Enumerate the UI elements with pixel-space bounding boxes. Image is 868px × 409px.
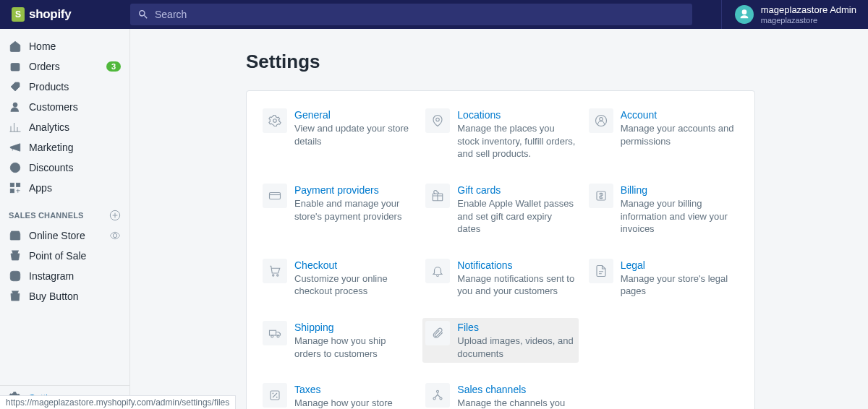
sidebar: Home Orders 3 Products Customers Analyti…: [0, 29, 130, 409]
tile-locations[interactable]: LocationsManage the places you stock inv…: [422, 106, 578, 163]
settings-card: GeneralView and update your store detail…: [246, 90, 755, 409]
svg-point-26: [437, 390, 439, 392]
sidebar-item-discounts[interactable]: Discounts: [0, 158, 129, 178]
sidebar-item-home[interactable]: Home: [0, 36, 129, 56]
truck-icon: [263, 321, 287, 345]
tile-title: Files: [457, 321, 575, 334]
svg-rect-22: [270, 330, 276, 335]
sidebar-item-label: Orders: [29, 61, 60, 72]
tile-desc: View and update your store details: [294, 122, 412, 147]
svg-point-14: [436, 118, 440, 121]
tile-general[interactable]: GeneralView and update your store detail…: [260, 106, 415, 163]
top-bar: shopify mageplazastore Admin mageplazast…: [0, 0, 868, 29]
tile-desc: Manage your billing information and view…: [621, 197, 739, 236]
sidebar-item-label: Home: [29, 40, 56, 52]
tile-title: Shipping: [294, 321, 412, 334]
svg-point-10: [13, 274, 17, 278]
svg-rect-8: [10, 233, 20, 240]
sidebar-item-products[interactable]: Products: [0, 77, 129, 97]
sidebar-item-label: Customers: [29, 101, 78, 113]
svg-point-23: [271, 335, 273, 337]
view-store-icon[interactable]: [109, 230, 121, 241]
sidebar-item-orders[interactable]: Orders 3: [0, 56, 129, 77]
channel-label: Instagram: [29, 270, 74, 282]
search-input[interactable]: [155, 9, 685, 20]
search-icon: [137, 9, 149, 20]
sidebar-item-analytics[interactable]: Analytics: [0, 117, 129, 137]
brand-logo[interactable]: shopify: [12, 7, 130, 22]
gear-icon: [263, 108, 287, 133]
user-menu[interactable]: mageplazastore Admin mageplazastore: [721, 0, 856, 29]
tile-taxes[interactable]: TaxesManage how your store charges taxes: [260, 380, 415, 409]
tile-checkout[interactable]: CheckoutCustomize your online checkout p…: [260, 256, 415, 301]
sidebar-item-marketing[interactable]: Marketing: [0, 137, 129, 158]
bell-icon: [425, 259, 450, 283]
orders-icon: [9, 60, 22, 73]
document-icon: [589, 259, 613, 283]
sidebar-item-label: Apps: [29, 182, 52, 194]
channel-instagram[interactable]: Instagram: [0, 266, 129, 286]
svg-point-11: [17, 272, 19, 274]
orders-badge: 3: [106, 61, 121, 72]
content-area: Settings GeneralView and update your sto…: [130, 29, 868, 409]
svg-point-16: [599, 118, 603, 121]
apps-icon: [9, 181, 22, 194]
tile-sales-channels[interactable]: Sales channelsManage the channels you us…: [422, 380, 578, 409]
channel-online-store[interactable]: Online Store: [0, 225, 129, 246]
channel-buy-button[interactable]: Buy Button: [0, 286, 129, 306]
tile-title: Sales channels: [457, 383, 575, 396]
tile-title: Gift cards: [457, 184, 575, 197]
buy-button-icon: [9, 290, 22, 303]
section-header-label: SALES CHANNELS: [9, 211, 84, 220]
home-icon: [9, 40, 22, 53]
tile-giftcards[interactable]: Gift cardsEnable Apple Wallet passes and…: [422, 181, 578, 238]
channel-pos[interactable]: Point of Sale: [0, 246, 129, 266]
svg-point-28: [440, 397, 442, 400]
sidebar-item-customers[interactable]: Customers: [0, 97, 129, 117]
svg-rect-6: [10, 189, 14, 193]
tile-legal[interactable]: LegalManage your store's legal pages: [586, 256, 741, 301]
tile-title: Checkout: [294, 259, 412, 272]
tile-shipping[interactable]: ShippingManage how you ship orders to cu…: [260, 318, 415, 363]
tile-desc: Customize your online checkout process: [294, 272, 412, 298]
shopify-bag-icon: [12, 7, 25, 22]
svg-point-13: [273, 119, 277, 123]
percent-icon: [263, 383, 287, 408]
tile-title: Legal: [621, 259, 739, 272]
page-title: Settings: [246, 51, 868, 73]
tile-title: Taxes: [294, 383, 412, 396]
svg-rect-17: [270, 192, 281, 199]
status-url: https://mageplazastore.myshopify.com/adm…: [0, 395, 236, 409]
tile-desc: Manage your accounts and permissions: [621, 122, 739, 147]
tile-files[interactable]: FilesUpload images, videos, and document…: [422, 318, 578, 363]
pos-icon: [9, 249, 22, 262]
sidebar-item-label: Analytics: [29, 121, 69, 133]
sidebar-item-label: Products: [29, 81, 69, 92]
instagram-icon: [9, 270, 22, 283]
network-icon: [425, 383, 450, 408]
svg-rect-4: [10, 183, 14, 186]
tile-title: Account: [621, 108, 739, 121]
card-icon: [263, 184, 287, 208]
sidebar-item-label: Discounts: [29, 162, 73, 173]
svg-point-21: [277, 275, 278, 276]
sidebar-item-apps[interactable]: Apps: [0, 178, 129, 198]
tile-title: Locations: [457, 108, 575, 121]
tile-notifications[interactable]: NotificationsManage notifications sent t…: [422, 256, 578, 301]
tile-desc: Manage how you ship orders to customers: [294, 335, 412, 360]
tile-payment[interactable]: Payment providersEnable and manage your …: [260, 181, 415, 238]
tile-desc: Manage how your store charges taxes: [294, 397, 412, 409]
tile-billing[interactable]: BillingManage your billing information a…: [586, 181, 741, 238]
tile-title: Payment providers: [294, 184, 412, 197]
megaphone-icon: [9, 141, 22, 154]
add-channel-icon[interactable]: [109, 210, 121, 221]
search-field[interactable]: [130, 4, 692, 25]
tag-icon: [9, 80, 22, 93]
svg-point-2: [13, 103, 17, 107]
cart-icon: [263, 259, 287, 283]
svg-rect-0: [11, 64, 20, 72]
analytics-icon: [9, 121, 22, 134]
tile-account[interactable]: AccountManage your accounts and permissi…: [586, 106, 741, 163]
svg-point-1: [17, 84, 18, 85]
gift-icon: [425, 184, 450, 208]
